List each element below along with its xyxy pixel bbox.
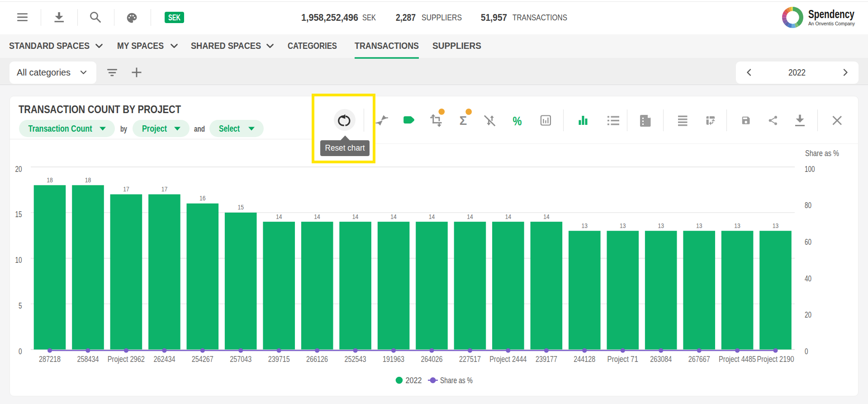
svg-text:239715: 239715 <box>268 354 290 364</box>
svg-text:13: 13 <box>620 222 626 229</box>
svg-text:15: 15 <box>15 209 22 219</box>
svg-text:2022: 2022 <box>788 67 806 77</box>
svg-text:51,957: 51,957 <box>481 12 507 23</box>
svg-text:Σ: Σ <box>460 114 467 128</box>
svg-text:18: 18 <box>47 176 53 184</box>
svg-text:17: 17 <box>161 185 168 193</box>
svg-text:14: 14 <box>543 213 550 220</box>
svg-text:267667: 267667 <box>688 354 710 364</box>
svg-text:14: 14 <box>352 213 359 220</box>
svg-text:Select: Select <box>219 124 240 133</box>
svg-text:20: 20 <box>15 164 22 174</box>
svg-text:Share as %: Share as % <box>440 376 473 385</box>
svg-text:2,287: 2,287 <box>396 12 416 23</box>
svg-text:257043: 257043 <box>230 354 251 364</box>
svg-text:266126: 266126 <box>306 354 328 364</box>
svg-text:SHARED SPACES: SHARED SPACES <box>191 41 261 51</box>
svg-text:SEK: SEK <box>362 13 376 22</box>
svg-text:14: 14 <box>505 213 512 220</box>
svg-text:17: 17 <box>123 185 129 193</box>
svg-text:244128: 244128 <box>574 354 595 364</box>
svg-text:13: 13 <box>658 222 664 229</box>
svg-text:1,958,252,496: 1,958,252,496 <box>301 12 358 23</box>
svg-text:and: and <box>194 124 205 133</box>
svg-text:by: by <box>120 124 127 133</box>
svg-text:13: 13 <box>696 222 702 229</box>
svg-text:100: 100 <box>805 164 815 174</box>
svg-text:254267: 254267 <box>192 354 213 364</box>
svg-text:All categories: All categories <box>17 67 71 77</box>
svg-text:227517: 227517 <box>459 354 481 364</box>
svg-text:TRANSACTION COUNT BY PROJECT: TRANSACTION COUNT BY PROJECT <box>19 104 181 115</box>
svg-text:An Onventis Company: An Onventis Company <box>808 21 855 26</box>
svg-text:16: 16 <box>199 195 206 202</box>
svg-text:14: 14 <box>429 213 435 220</box>
svg-text:14: 14 <box>390 213 397 220</box>
svg-text:SUPPLIERS: SUPPLIERS <box>422 13 462 22</box>
svg-text:252543: 252543 <box>345 354 366 364</box>
svg-text:20: 20 <box>805 310 811 319</box>
svg-text:14: 14 <box>467 213 473 220</box>
svg-text:10: 10 <box>15 255 22 265</box>
svg-text:STANDARD SPACES: STANDARD SPACES <box>9 41 90 51</box>
svg-text:262434: 262434 <box>153 354 175 364</box>
svg-text:Project 2962: Project 2962 <box>108 354 145 364</box>
svg-text:13: 13 <box>773 222 779 229</box>
svg-text:MY SPACES: MY SPACES <box>117 41 164 51</box>
svg-text:Share as %: Share as % <box>805 149 839 158</box>
svg-text:TRANSACTIONS: TRANSACTIONS <box>355 41 419 51</box>
svg-text:18: 18 <box>85 176 91 184</box>
svg-text:5: 5 <box>19 301 22 310</box>
svg-text:14: 14 <box>276 213 282 220</box>
svg-text:258434: 258434 <box>77 354 99 364</box>
svg-text:264026: 264026 <box>421 354 443 364</box>
svg-text:Transaction Count: Transaction Count <box>28 124 92 133</box>
svg-text:287218: 287218 <box>39 354 61 364</box>
svg-text:Project 71: Project 71 <box>607 354 639 364</box>
svg-text:40: 40 <box>805 274 811 283</box>
svg-text:Project 4485: Project 4485 <box>719 354 756 364</box>
svg-text:14: 14 <box>314 213 320 220</box>
svg-text:60: 60 <box>805 237 811 247</box>
svg-text:Project: Project <box>142 124 167 133</box>
svg-text:%: % <box>513 114 522 128</box>
svg-text:Reset chart: Reset chart <box>325 143 365 152</box>
svg-text:13: 13 <box>734 222 740 229</box>
svg-text:Project 2444: Project 2444 <box>489 354 527 364</box>
svg-text:191963: 191963 <box>383 354 404 364</box>
svg-text:SUPPLIERS: SUPPLIERS <box>432 41 481 51</box>
svg-text:263084: 263084 <box>650 354 672 364</box>
svg-text:0: 0 <box>805 347 808 356</box>
svg-text:Project 2190: Project 2190 <box>757 354 794 364</box>
svg-text:0: 0 <box>19 347 22 356</box>
svg-text:TRANSACTIONS: TRANSACTIONS <box>512 13 567 22</box>
svg-text:SEK: SEK <box>168 13 180 22</box>
svg-text:CATEGORIES: CATEGORIES <box>288 41 337 51</box>
svg-text:15: 15 <box>237 204 244 211</box>
svg-text:13: 13 <box>582 222 588 229</box>
svg-text:239177: 239177 <box>536 354 557 364</box>
svg-text:Spendency: Spendency <box>808 8 854 20</box>
svg-text:2022: 2022 <box>406 376 422 385</box>
svg-text:80: 80 <box>805 200 811 210</box>
